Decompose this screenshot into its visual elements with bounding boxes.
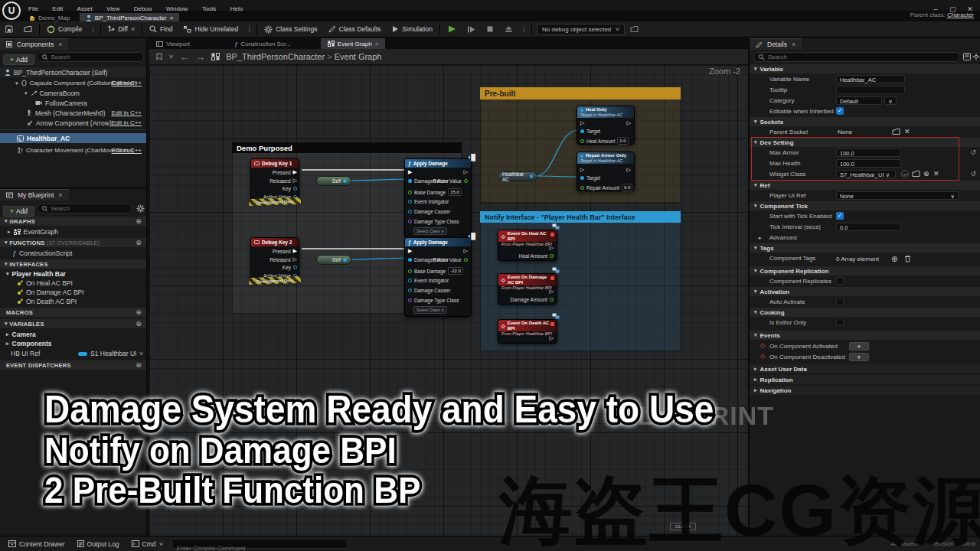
- tooltip-field[interactable]: [836, 86, 905, 94]
- select-class-dropdown[interactable]: Select Class ∨: [413, 227, 447, 235]
- hide-unrelated-button[interactable]: Hide Unrelated: [178, 21, 243, 37]
- tab-close-icon[interactable]: ×: [375, 41, 379, 47]
- functions-section-header[interactable]: ▾ FUNCTIONS (37 OVERRIDABLE) ⊕: [0, 238, 146, 247]
- component-row-healthbar-ac[interactable]: Healthbar_AC: [0, 133, 146, 143]
- add-event-deactivated-button[interactable]: +: [849, 353, 869, 361]
- section-ref[interactable]: ▾Ref: [750, 181, 980, 190]
- class-settings-button[interactable]: Class Settings: [259, 21, 322, 37]
- section-variable[interactable]: ▾Variable: [750, 64, 980, 73]
- bookmark-icon[interactable]: [155, 53, 163, 60]
- add-element-icon[interactable]: ⊕: [891, 255, 897, 263]
- section-events[interactable]: ▾Events: [750, 331, 980, 340]
- select-class-dropdown[interactable]: Select Class ∨: [413, 306, 447, 314]
- details-tab[interactable]: Details×: [750, 38, 802, 50]
- play-options-icon[interactable]: ⋮: [518, 25, 530, 33]
- section-cooking[interactable]: ▾Cooking: [750, 308, 980, 317]
- base-damage-value[interactable]: 15.0: [448, 188, 462, 196]
- parent-class-link[interactable]: Character: [947, 11, 974, 18]
- editable-checkbox[interactable]: ✓: [836, 107, 844, 115]
- section-tags[interactable]: ▾Tags: [750, 243, 980, 253]
- eject-button[interactable]: [499, 21, 518, 37]
- node-debug-key-1[interactable]: Debug Key 1 Pressed▶ Released▷ Key Actio…: [250, 158, 299, 203]
- expand-arrow-icon[interactable]: ▾: [15, 80, 18, 86]
- add-function-icon[interactable]: ⊕: [136, 239, 142, 246]
- settings-gear-icon[interactable]: [972, 53, 980, 60]
- save-button[interactable]: [0, 21, 18, 37]
- add-macro-icon[interactable]: ⊕: [136, 308, 142, 316]
- max-health-field[interactable]: 100.0: [836, 159, 901, 168]
- frame-skip-button[interactable]: [462, 21, 481, 37]
- breadcrumb-root[interactable]: BP_ThirdPersonCharacter: [226, 52, 325, 61]
- edit-in-cpp-link[interactable]: Edit in C++: [111, 119, 142, 126]
- add-event-activated-button[interactable]: +: [849, 342, 869, 350]
- compile-options-icon[interactable]: ⋮: [87, 25, 99, 33]
- constructionscript-item[interactable]: ƒ ConstructionScript: [12, 249, 72, 258]
- close-icon[interactable]: ×: [58, 41, 62, 48]
- add-graph-icon[interactable]: ⊕: [136, 217, 142, 225]
- section-activation[interactable]: ▾Activation: [750, 287, 980, 296]
- widget-class-dropdown[interactable]: S7_Healthbar_UI ∨: [836, 170, 896, 178]
- section-component-replication[interactable]: ▾Component Replication: [750, 266, 980, 276]
- hide-unrelated-options-icon[interactable]: ⋮: [243, 25, 255, 33]
- category-dropdown[interactable]: Default: [836, 96, 882, 105]
- clear-asset-icon[interactable]: ✕: [933, 170, 939, 178]
- close-icon[interactable]: ×: [792, 41, 795, 48]
- replicates-checkbox[interactable]: [836, 277, 844, 285]
- browse-button[interactable]: [18, 21, 38, 37]
- component-row-charmovement[interactable]: Character Movement (CharMoveComp) Edit i…: [0, 145, 146, 155]
- auto-activate-checkbox[interactable]: [836, 298, 844, 305]
- base-damage-value[interactable]: -22.0: [448, 267, 463, 275]
- components-tab[interactable]: Components×: [0, 38, 68, 50]
- editor-only-checkbox[interactable]: [836, 318, 844, 326]
- details-search[interactable]: [753, 52, 960, 62]
- event-dispatchers-section-header[interactable]: EVENT DISPATCHERS ⊕: [0, 360, 146, 370]
- clear-socket-icon[interactable]: ✕: [904, 128, 910, 135]
- expand-arrow-icon[interactable]: ▸: [8, 229, 11, 235]
- edit-in-cpp-link[interactable]: Edit in C++: [111, 147, 142, 154]
- components-add-button[interactable]: +Add: [3, 51, 34, 65]
- browse-socket-icon[interactable]: [892, 128, 900, 135]
- trash-icon[interactable]: [904, 255, 911, 262]
- node-self-1[interactable]: Self: [316, 176, 351, 186]
- node-apply-damage-2[interactable]: ƒ Apply Damage ◖█ ▶ ▷ Damaged Actor Retu…: [404, 237, 472, 317]
- interface-on-damage[interactable]: On Damage AC BPI: [17, 288, 84, 297]
- tab-event-graph[interactable]: Event Graph ×: [321, 38, 386, 49]
- add-dispatcher-icon[interactable]: ⊕: [136, 361, 142, 369]
- expand-arrow-icon[interactable]: ▾: [24, 90, 28, 96]
- row-advanced[interactable]: ▸ Advanced: [750, 233, 980, 243]
- play-button[interactable]: [442, 21, 462, 37]
- node-debug-key-2[interactable]: Debug Key 2 Pressed▶ Released▷ Key Actio…: [250, 237, 299, 282]
- cmd-dropdown[interactable]: Cmd∨: [128, 536, 167, 551]
- delegate-pin-icon[interactable]: [550, 322, 554, 326]
- heal-amount-value[interactable]: 0.0: [617, 137, 628, 145]
- chevron-down-icon[interactable]: ∨: [168, 54, 174, 60]
- graphs-section-header[interactable]: ▾ GRAPHS ⊕: [0, 217, 146, 226]
- close-icon[interactable]: ×: [58, 191, 62, 199]
- section-dev-setting[interactable]: ▾Dev Setting: [750, 138, 980, 147]
- component-row-self[interactable]: BP_ThirdPersonCharacter (Self): [0, 67, 146, 77]
- interfaces-section-header[interactable]: ▾ INTERFACES: [0, 259, 146, 269]
- repair-amount-value[interactable]: 0.0: [622, 184, 632, 191]
- node-healthbar-ac-getter[interactable]: Healthbar AC: [498, 171, 537, 181]
- reset-icon[interactable]: ↺: [970, 148, 976, 156]
- find-button[interactable]: Find: [144, 21, 178, 37]
- section-component-tick[interactable]: ▾Component Tick: [750, 201, 980, 210]
- my-blueprint-tab[interactable]: My Blueprint×: [0, 189, 69, 201]
- start-tick-checkbox[interactable]: ✓: [836, 212, 844, 220]
- component-row-capsule[interactable]: ▾ Capsule Component (CollisionCylinder) …: [0, 78, 146, 88]
- node-repair-armor-only[interactable]: Repair Armor Only Target is Healthbar AC…: [577, 152, 635, 191]
- simulation-button[interactable]: Simulation: [386, 21, 438, 37]
- add-variable-icon[interactable]: ⊕: [136, 320, 142, 328]
- delegate-pin-icon[interactable]: [550, 276, 554, 280]
- display-filter-icon[interactable]: [963, 53, 971, 60]
- content-drawer-button[interactable]: Content Drawer: [5, 536, 69, 551]
- breadcrumb-current[interactable]: Event Graph: [335, 52, 382, 61]
- use-selected-asset-icon[interactable]: ←: [901, 170, 909, 178]
- variable-category-components[interactable]: ▸Components: [6, 339, 51, 348]
- node-apply-damage-1[interactable]: ƒ Apply Damage ◖█ ▶ ▷ Damaged Actor Retu…: [404, 158, 472, 238]
- interface-group-player-health-bar[interactable]: ▾Player Health Bar: [6, 269, 66, 279]
- node-heal-only[interactable]: Heal Only Target is Healthbar AC ▷ ▷ Tar…: [577, 106, 635, 145]
- components-search[interactable]: [37, 52, 144, 62]
- tick-interval-field[interactable]: 0.0: [836, 223, 901, 231]
- component-row-mesh[interactable]: Mesh (CharacterMesh0) Edit in C++: [0, 108, 146, 118]
